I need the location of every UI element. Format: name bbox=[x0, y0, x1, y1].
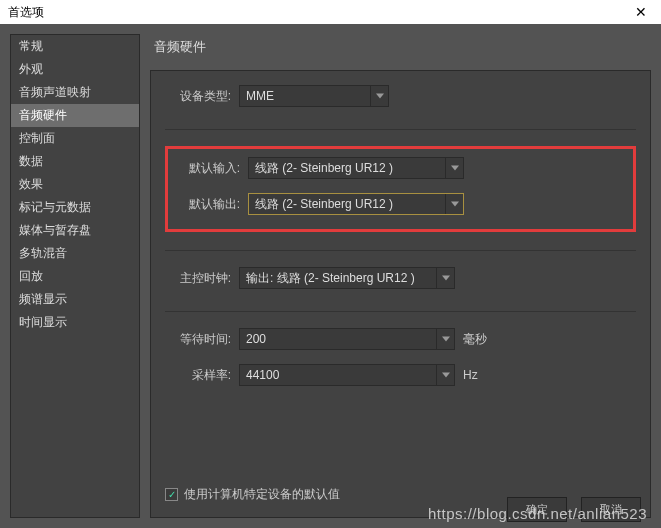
select-latency[interactable]: 200 bbox=[239, 328, 455, 350]
checkbox-use-defaults[interactable]: ✓ bbox=[165, 488, 178, 501]
section-title: 音频硬件 bbox=[154, 38, 651, 56]
sidebar: 常规 外观 音频声道映射 音频硬件 控制面 数据 效果 标记与元数据 媒体与暂存… bbox=[10, 34, 140, 518]
label-latency: 等待时间: bbox=[165, 331, 231, 348]
label-device-type: 设备类型: bbox=[165, 88, 231, 105]
row-device-type: 设备类型: MME bbox=[165, 85, 636, 107]
row-default-input: 默认输入: 线路 (2- Steinberg UR12 ) bbox=[174, 157, 627, 179]
content: 常规 外观 音频声道映射 音频硬件 控制面 数据 效果 标记与元数据 媒体与暂存… bbox=[0, 24, 661, 528]
sidebar-item-appearance[interactable]: 外观 bbox=[11, 58, 139, 81]
footer-buttons: 确定 取消 bbox=[507, 497, 641, 522]
select-sample-rate-value: 44100 bbox=[246, 368, 279, 382]
sidebar-item-time-display[interactable]: 时间显示 bbox=[11, 311, 139, 334]
label-master-clock: 主控时钟: bbox=[165, 270, 231, 287]
select-master-clock-value: 输出: 线路 (2- Steinberg UR12 ) bbox=[246, 270, 415, 287]
select-latency-value: 200 bbox=[246, 332, 266, 346]
label-sample-rate: 采样率: bbox=[165, 367, 231, 384]
select-default-input[interactable]: 线路 (2- Steinberg UR12 ) bbox=[248, 157, 464, 179]
select-default-input-value: 线路 (2- Steinberg UR12 ) bbox=[255, 160, 393, 177]
unit-hz: Hz bbox=[463, 368, 478, 382]
select-sample-rate[interactable]: 44100 bbox=[239, 364, 455, 386]
sidebar-item-data[interactable]: 数据 bbox=[11, 150, 139, 173]
label-default-output: 默认输出: bbox=[174, 196, 240, 213]
titlebar: 首选项 ✕ bbox=[0, 0, 661, 24]
row-latency: 等待时间: 200 毫秒 bbox=[165, 328, 636, 350]
row-master-clock: 主控时钟: 输出: 线路 (2- Steinberg UR12 ) bbox=[165, 267, 636, 289]
close-icon[interactable]: ✕ bbox=[629, 4, 653, 20]
select-default-output[interactable]: 线路 (2- Steinberg UR12 ) bbox=[248, 193, 464, 215]
select-master-clock[interactable]: 输出: 线路 (2- Steinberg UR12 ) bbox=[239, 267, 455, 289]
sidebar-item-audio-hardware[interactable]: 音频硬件 bbox=[11, 104, 139, 127]
divider bbox=[165, 250, 636, 251]
highlight-box: 默认输入: 线路 (2- Steinberg UR12 ) 默认输出: 线路 (… bbox=[165, 146, 636, 232]
label-default-input: 默认输入: bbox=[174, 160, 240, 177]
label-use-defaults: 使用计算机特定设备的默认值 bbox=[184, 486, 340, 503]
unit-ms: 毫秒 bbox=[463, 331, 487, 348]
divider bbox=[165, 311, 636, 312]
ok-button[interactable]: 确定 bbox=[507, 497, 567, 522]
sidebar-item-media-cache[interactable]: 媒体与暂存盘 bbox=[11, 219, 139, 242]
cancel-button[interactable]: 取消 bbox=[581, 497, 641, 522]
sidebar-item-playback[interactable]: 回放 bbox=[11, 265, 139, 288]
sidebar-item-control-surface[interactable]: 控制面 bbox=[11, 127, 139, 150]
row-sample-rate: 采样率: 44100 Hz bbox=[165, 364, 636, 386]
select-device-type-value: MME bbox=[246, 89, 274, 103]
sidebar-item-multitrack[interactable]: 多轨混音 bbox=[11, 242, 139, 265]
sidebar-item-markers-metadata[interactable]: 标记与元数据 bbox=[11, 196, 139, 219]
form-area: 设备类型: MME 默认输入: 线路 (2- Steinberg UR12 ) … bbox=[150, 70, 651, 518]
sidebar-item-audio-channel-mapping[interactable]: 音频声道映射 bbox=[11, 81, 139, 104]
sidebar-item-general[interactable]: 常规 bbox=[11, 35, 139, 58]
row-default-output: 默认输出: 线路 (2- Steinberg UR12 ) bbox=[174, 193, 627, 215]
sidebar-item-effects[interactable]: 效果 bbox=[11, 173, 139, 196]
select-default-output-value: 线路 (2- Steinberg UR12 ) bbox=[255, 196, 393, 213]
main-panel: 音频硬件 设备类型: MME 默认输入: 线路 (2- Steinberg UR… bbox=[150, 34, 651, 518]
select-device-type[interactable]: MME bbox=[239, 85, 389, 107]
window-title: 首选项 bbox=[8, 4, 44, 21]
sidebar-item-spectral-display[interactable]: 频谱显示 bbox=[11, 288, 139, 311]
divider bbox=[165, 129, 636, 130]
